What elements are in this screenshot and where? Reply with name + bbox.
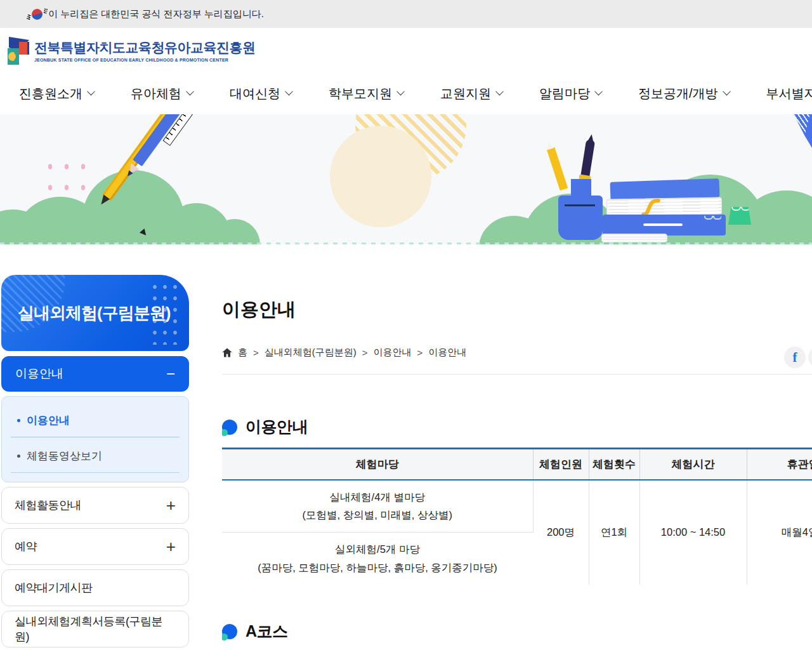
card-label: 실내외체험계획서등록(구림분원) — [15, 614, 176, 644]
breadcrumb-separator: > — [362, 347, 368, 358]
card-label: 예약대기게시판 — [15, 580, 93, 595]
bullet-icon — [17, 454, 20, 458]
ribbon-illustration — [641, 196, 662, 217]
nav-label: 교원지원 — [440, 85, 491, 102]
cell-line: 실외체험/5개 마당 — [226, 540, 529, 559]
facebook-share-button[interactable]: f — [784, 347, 806, 368]
sidebar-title-panel: 실내외체험(구림분원) — [1, 275, 189, 351]
gov-notice-text: 이 누리집은 대한민국 공식 전자정부 누리집입니다. — [48, 8, 264, 20]
sidebar-accordion-usage-guide[interactable]: 이용안내 − — [1, 356, 189, 392]
chevron-down-icon — [495, 88, 504, 96]
subitem-label: 체험동영상보기 — [27, 449, 102, 463]
section-bullet-icon — [222, 420, 237, 435]
plus-icon: + — [166, 540, 176, 553]
accordion-label: 이용안내 — [15, 366, 63, 382]
breadcrumb-home[interactable]: 홈 — [238, 347, 247, 359]
section-header-a-course: A코스 — [222, 621, 812, 642]
breadcrumb-separator: > — [417, 347, 423, 358]
site-header: 전북특별자치도교육청유아교육진흥원 JEONBUK STATE OFFICE O… — [0, 28, 812, 73]
chevron-down-icon — [285, 88, 293, 96]
cell-indoor-experience: 실내체험/4개 별마당 (모험별, 창의별, 미래별, 상상별) — [222, 480, 533, 533]
nav-label: 알림마당 — [539, 85, 590, 102]
sidebar-item-reservation[interactable]: 예약 + — [1, 528, 189, 565]
section-header-usage-guide: 이용안내 — [222, 416, 812, 437]
plus-icon: + — [166, 499, 176, 512]
nav-item-news[interactable]: 알림마당 — [539, 85, 601, 102]
cell-line: (모험별, 창의별, 미래별, 상상별) — [226, 506, 529, 524]
main-content: 이용안내 홈 > 실내외체험(구림분원) > 이용안내 > 이용안내 f 이용안… — [222, 298, 812, 650]
sidebar-submenu: 이용안내 체험동영상보기 — [1, 396, 189, 482]
breadcrumb-current: 이용안내 — [428, 347, 466, 359]
sidebar-subitem-usage-guide[interactable]: 이용안내 — [11, 408, 180, 437]
table-header-row: 체험마당 체험인원 체험횟수 체험시간 휴관일 — [222, 449, 812, 480]
breadcrumb: 홈 > 실내외체험(구림분원) > 이용안내 > 이용안내 — [222, 347, 812, 359]
table-row: 실내체험/4개 별마당 (모험별, 창의별, 미래별, 상상별) 200명 연1… — [222, 480, 812, 533]
sidebar-title: 실내외체험(구림분원) — [18, 302, 170, 324]
logo-title: 전북특별자치도교육청유아교육진흥원 — [34, 39, 256, 56]
card-label: 체험활동안내 — [15, 498, 81, 513]
nav-item-about[interactable]: 진흥원소개 — [19, 85, 94, 102]
page-body: 실내외체험(구림분원) 이용안내 − 이용안내 체험동영상보기 체험활동안내 +… — [0, 244, 812, 650]
chevron-down-icon — [87, 88, 95, 96]
sidebar-subitem-experience-video[interactable]: 체험동영상보기 — [11, 444, 180, 473]
cell-outdoor-experience: 실외체험/5개 마당 (꿈마당, 모험마당, 하늘마당, 흙마당, 옹기종기마당… — [222, 533, 533, 585]
gov-notice-bar: 이 누리집은 대한민국 공식 전자정부 누리집입니다. — [0, 0, 812, 28]
global-nav: 진흥원소개 유아체험 대여신청 학부모지원 교원지원 알림마당 정보공개/개방 … — [0, 73, 812, 114]
chevron-down-icon — [594, 88, 603, 96]
logo-text: 전북특별자치도교육청유아교육진흥원 JEONBUK STATE OFFICE O… — [34, 39, 256, 62]
nav-label: 대여신청 — [230, 85, 280, 102]
breadcrumb-usage-guide[interactable]: 이용안내 — [374, 347, 412, 359]
col-header-closed-days: 휴관일 — [747, 449, 812, 480]
site-logo[interactable]: 전북특별자치도교육청유아교육진흥원 JEONBUK STATE OFFICE O… — [5, 36, 256, 66]
col-header-time: 체험시간 — [639, 449, 747, 480]
nav-label: 유아체험 — [131, 85, 181, 102]
nav-label: 정보공개/개방 — [638, 85, 718, 102]
cell-time: 10:00 ~ 14:50 — [639, 480, 747, 585]
content-divider — [222, 374, 812, 375]
sidebar-item-activity-guide[interactable]: 체험활동안내 + — [1, 487, 189, 524]
subitem-label: 이용안내 — [27, 413, 70, 428]
col-header-frequency: 체험횟수 — [589, 449, 639, 480]
breadcrumb-branch[interactable]: 실내외체험(구림분원) — [265, 347, 357, 359]
book-pages-illustration — [601, 234, 667, 242]
nav-label: 학부모지원 — [329, 85, 392, 102]
page-title: 이용안내 — [222, 298, 812, 320]
minus-icon: − — [166, 368, 175, 380]
nav-item-teachers[interactable]: 교원지원 — [440, 85, 502, 102]
logo-mark — [5, 36, 30, 66]
cell-line: 실내체험/4개 별마당 — [226, 488, 529, 507]
usage-guide-table: 체험마당 체험인원 체험횟수 체험시간 휴관일 실내체험/4개 별마당 (모험별… — [222, 448, 812, 585]
binder-clip-icon — [700, 216, 724, 235]
nav-item-rental[interactable]: 대여신청 — [230, 85, 292, 102]
facebook-icon: f — [793, 350, 797, 366]
cream-circle-decoration — [330, 126, 431, 227]
nav-label: 진흥원소개 — [19, 85, 82, 102]
cup-pencil-illustration — [547, 147, 568, 191]
sidebar-item-plan-registration[interactable]: 실내외체험계획서등록(구림분원) — [1, 611, 189, 647]
col-header-capacity: 체험인원 — [533, 449, 589, 480]
sidebar: 실내외체험(구림분원) 이용안내 − 이용안내 체험동영상보기 체험활동안내 +… — [1, 275, 189, 647]
hero-banner: 퀵 메 뉴 — [0, 114, 812, 244]
nav-item-disclosure[interactable]: 정보공개/개방 — [638, 85, 730, 102]
breadcrumb-separator: > — [253, 347, 259, 358]
nav-item-experience[interactable]: 유아체험 — [131, 85, 193, 102]
nav-label: 부서별자료실 — [766, 85, 812, 102]
logo-subtitle: JEONBUK STATE OFFICE OF EDUCATION EARLY … — [34, 58, 256, 62]
col-header-experience-field: 체험마당 — [222, 449, 533, 480]
chevron-down-icon — [723, 88, 731, 96]
sidebar-item-waitlist-board[interactable]: 예약대기게시판 — [1, 569, 189, 606]
cell-capacity: 200명 — [533, 480, 589, 585]
chevron-down-icon — [186, 88, 194, 96]
cell-closed-days: 매월4일 ( — [747, 480, 812, 585]
korea-flag-icon — [30, 7, 44, 20]
book-pages-illustration — [606, 197, 722, 216]
section-title: A코스 — [246, 621, 288, 642]
home-icon — [222, 348, 232, 357]
binder-clip-icon — [728, 207, 751, 225]
cell-frequency: 연1회 — [589, 480, 639, 585]
nav-item-dept-archive[interactable]: 부서별자료실 — [766, 85, 812, 102]
section-title: 이용안내 — [246, 416, 308, 437]
pen-cup-illustration — [558, 196, 603, 240]
section-bullet-icon — [222, 624, 237, 639]
nav-item-parents[interactable]: 학부모지원 — [329, 85, 403, 102]
